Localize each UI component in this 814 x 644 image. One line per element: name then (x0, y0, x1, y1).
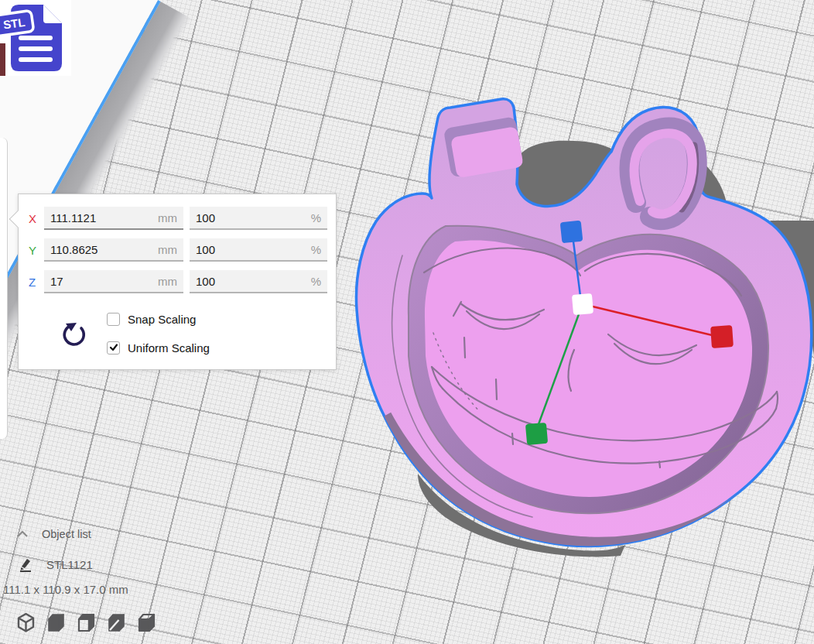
object-list-item[interactable]: STL1121 (18, 557, 93, 572)
pencil-icon (18, 557, 33, 572)
object-list-title: Object list (42, 528, 91, 540)
scale-handle-z[interactable] (560, 221, 583, 244)
scale-row-y: Y 110.8625 mm 100 % (19, 238, 336, 262)
x-percent-unit: % (311, 211, 321, 224)
reset-scale-button[interactable] (57, 317, 91, 351)
view-left-button[interactable] (106, 610, 127, 635)
y-percent-value: 100 (196, 243, 215, 256)
uniform-scaling-row: Uniform Scaling (107, 341, 210, 355)
y-percent-unit: % (311, 243, 321, 256)
checkmark-icon (109, 343, 118, 352)
view-orientation-toolbar (15, 610, 157, 635)
scale-tool-panel: X 111.1121 mm 100 % Y 110.8625 mm 100 % … (18, 194, 337, 370)
view-front-button[interactable] (46, 610, 67, 635)
z-size-value: 17 (50, 275, 63, 288)
scale-row-x: X 111.1121 mm 100 % (19, 207, 336, 230)
scale-handle-x[interactable] (710, 325, 734, 348)
tool-toolbar-edge (0, 138, 8, 439)
view-top-button[interactable] (76, 610, 97, 635)
x-size-unit: mm (158, 211, 177, 224)
stl-file-thumbnail: STL (0, 0, 71, 76)
uniform-scaling-checkbox[interactable] (107, 341, 120, 355)
axis-label-y: Y (29, 244, 44, 257)
snap-scaling-row: Snap Scaling (107, 312, 196, 326)
x-percent-value: 100 (196, 211, 215, 224)
stl-document-icon: STL (0, 0, 71, 76)
z-size-unit: mm (158, 275, 177, 288)
model-dimensions-label: 111.1 x 110.9 x 17.0 mm (3, 583, 128, 596)
object-list-header[interactable]: Object list (15, 528, 91, 540)
scale-handle-center[interactable] (572, 293, 593, 315)
y-size-value: 110.8625 (50, 243, 97, 256)
uniform-scaling-label: Uniform Scaling (128, 341, 210, 355)
z-percent-unit: % (311, 275, 321, 288)
x-size-value: 111.1121 (50, 211, 96, 224)
y-size-unit: mm (158, 243, 177, 256)
z-percent-value: 100 (196, 275, 215, 288)
x-size-input[interactable]: 111.1121 mm (44, 207, 183, 230)
axis-label-x: X (29, 212, 44, 225)
x-percent-input[interactable]: 100 % (190, 207, 327, 230)
z-size-input[interactable]: 17 mm (44, 270, 183, 293)
view-right-button[interactable] (136, 610, 157, 635)
chevron-up-icon (15, 529, 29, 539)
object-name: STL1121 (46, 558, 93, 571)
y-size-input[interactable]: 110.8625 mm (44, 238, 183, 262)
cura-viewport: STL X 111.1121 mm 100 % Y 110.8625 mm (0, 0, 814, 644)
scale-row-z: Z 17 mm 100 % (19, 270, 336, 293)
z-percent-input[interactable]: 100 % (190, 270, 327, 293)
axis-label-z: Z (29, 276, 44, 289)
view-3d-button[interactable] (15, 610, 36, 635)
snap-scaling-checkbox[interactable] (107, 313, 120, 326)
scale-handle-y[interactable] (525, 423, 548, 445)
snap-scaling-label: Snap Scaling (128, 313, 196, 326)
y-percent-input[interactable]: 100 % (190, 238, 327, 262)
cropped-edge-artifact (0, 43, 5, 76)
